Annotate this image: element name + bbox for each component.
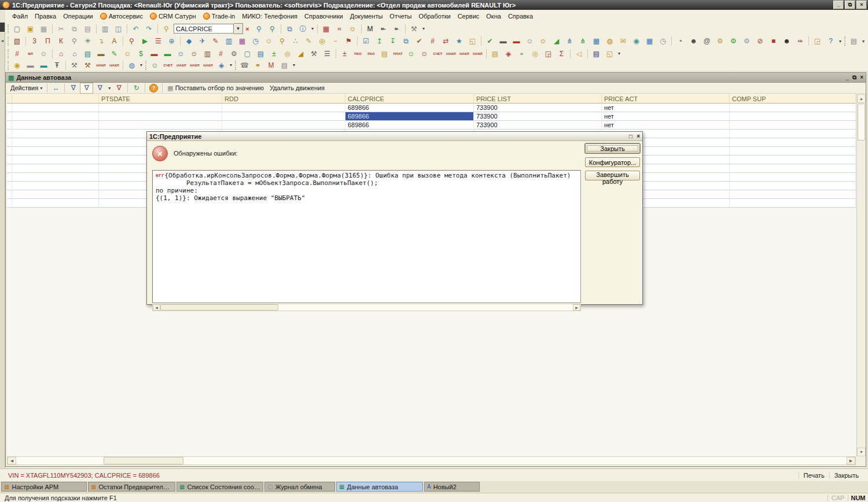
- menu-item-отчеты[interactable]: Отчеты: [386, 12, 415, 21]
- upload-icon[interactable]: ↥: [373, 36, 386, 47]
- chart-bars-icon[interactable]: ılı: [515, 48, 528, 59]
- help-icon[interactable]: ?: [824, 36, 837, 47]
- table-cell[interactable]: [222, 112, 345, 121]
- table-cell[interactable]: [12, 138, 99, 147]
- books-icon[interactable]: ▤: [81, 48, 94, 59]
- table-cell[interactable]: [12, 130, 99, 138]
- menu-item-автосервис[interactable]: Автосервис: [97, 12, 146, 21]
- table-cell[interactable]: нет: [602, 104, 730, 112]
- table-cell[interactable]: [730, 182, 856, 190]
- calendar-k-icon[interactable]: К: [54, 36, 68, 47]
- mdi-close-icon[interactable]: ×: [860, 74, 863, 81]
- table-cell[interactable]: [730, 173, 856, 182]
- lamp-icon[interactable]: ◉: [10, 60, 24, 71]
- format-a-icon[interactable]: A: [108, 36, 121, 47]
- column-header-calcprice[interactable]: CALCPRICE: [345, 94, 474, 104]
- filter-quick-icon[interactable]: ∇: [80, 83, 93, 94]
- menu-item-справка[interactable]: Справка: [505, 12, 536, 21]
- dropdown-caret-icon[interactable]: ▾: [310, 26, 315, 31]
- table-cell[interactable]: 733900: [474, 104, 602, 112]
- table-cell[interactable]: [730, 199, 856, 208]
- rows-list-icon[interactable]: ☰: [321, 48, 334, 59]
- fire-icon[interactable]: ☺: [418, 48, 431, 59]
- grid-table-icon[interactable]: ▦: [590, 36, 603, 47]
- no-entry-icon[interactable]: ⊘: [753, 36, 767, 47]
- table-cell[interactable]: 733900: [474, 112, 602, 121]
- combo-clear-icon[interactable]: ×: [243, 24, 252, 34]
- print-preview-icon[interactable]: ◫: [112, 23, 125, 34]
- table-row[interactable]: 689866733900нет: [7, 104, 856, 112]
- find-previous-icon[interactable]: ⚲: [266, 23, 279, 34]
- menu-item-обработки[interactable]: Обработки: [415, 12, 454, 21]
- find-document-icon[interactable]: ⚲: [125, 36, 138, 47]
- chart-color-icon[interactable]: ▦: [236, 36, 249, 47]
- dialog-maximize-icon[interactable]: □: [629, 133, 632, 139]
- find-combobox-value[interactable]: CALCPRICE: [174, 24, 234, 34]
- taskbar-tab[interactable]: ▦Настройки АРМ: [1, 482, 87, 492]
- sign-yellow-icon[interactable]: ФЛ: [24, 48, 37, 59]
- person-plus-icon[interactable]: ±: [338, 48, 351, 59]
- key-gold-icon[interactable]: ⚲: [275, 36, 289, 47]
- translit-ab-icon[interactable]: AB: [793, 36, 807, 47]
- wedge-icon[interactable]: ✔: [413, 36, 426, 47]
- compass-icon[interactable]: ◈: [215, 60, 228, 71]
- graduate-icon[interactable]: ☻: [687, 36, 700, 47]
- doc-sign-icon[interactable]: ◲: [811, 36, 824, 47]
- restore-icon[interactable]: ⧉: [845, 1, 855, 9]
- text-scroll-right-icon[interactable]: ▶: [573, 304, 580, 311]
- menu-item-trade-in[interactable]: Trade-in: [200, 12, 239, 21]
- cd-save-icon[interactable]: ◉: [630, 36, 643, 47]
- wallet-green-icon[interactable]: ▬: [161, 48, 174, 59]
- dropdown-caret-icon[interactable]: ▾: [291, 62, 297, 68]
- table-cell[interactable]: [12, 147, 99, 156]
- copy-icon[interactable]: ⧉: [68, 23, 81, 34]
- handshake-icon[interactable]: ⚭: [251, 60, 264, 71]
- window-find-icon[interactable]: ◱: [466, 36, 479, 47]
- building-icon[interactable]: ⌂: [68, 48, 81, 59]
- db-lock-icon[interactable]: ◍: [603, 36, 616, 47]
- filter-settings-icon[interactable]: ∇: [67, 83, 80, 94]
- undo-icon[interactable]: ↶: [129, 23, 142, 34]
- gear-orange-icon[interactable]: ⚙: [713, 36, 727, 47]
- dropdown-caret-icon[interactable]: ▾: [106, 86, 112, 91]
- column-header-blank[interactable]: [12, 94, 99, 104]
- dropdown-caret-icon[interactable]: ▾: [616, 51, 622, 56]
- horizontal-scrollbar[interactable]: ◀ ▶: [7, 456, 856, 465]
- doc-nakl-minus-icon[interactable]: НАКЛ: [458, 48, 471, 59]
- redo-icon[interactable]: ↷: [142, 23, 156, 34]
- partners-group-icon[interactable]: ☺: [187, 48, 201, 59]
- tree-green-icon[interactable]: ⋔: [576, 36, 590, 47]
- doc-money-icon[interactable]: ▤: [378, 48, 391, 59]
- dialog-close-icon[interactable]: ×: [637, 133, 640, 139]
- dropdown-caret-icon[interactable]: ▾: [837, 39, 843, 44]
- minimize-icon[interactable]: _: [833, 1, 844, 9]
- chart-line-icon[interactable]: ◢: [294, 48, 307, 59]
- find-icon[interactable]: ⚲: [160, 23, 173, 34]
- person-small-icon[interactable]: ☺: [37, 48, 50, 59]
- close-icon[interactable]: ×: [856, 1, 867, 9]
- table-cell[interactable]: 689866: [345, 112, 474, 121]
- table-cell[interactable]: [99, 104, 222, 112]
- tools-icon[interactable]: ⚒: [81, 60, 94, 71]
- column-header-price-list[interactable]: PRICE LIST: [474, 94, 602, 104]
- wallet-red-icon[interactable]: ▬: [148, 48, 161, 59]
- org-chart-icon[interactable]: #: [10, 48, 24, 59]
- t-key-icon[interactable]: Ŧ: [50, 60, 64, 71]
- email-at-icon[interactable]: @: [700, 36, 713, 47]
- hammer-icon[interactable]: ⚒: [307, 48, 321, 59]
- tree-blue-icon[interactable]: ⋔: [563, 36, 576, 47]
- delete-movements-button[interactable]: Удалить движения: [267, 84, 328, 92]
- error-text-hscrollbar[interactable]: ◀ ▶: [152, 304, 581, 311]
- info-icon[interactable]: ⓘ: [296, 23, 310, 34]
- fit-width-icon[interactable]: ↔: [49, 83, 62, 94]
- doc-nakl-minus-2-icon[interactable]: НАКЛ: [108, 60, 121, 71]
- close-dialog-button[interactable]: Закрыть: [585, 143, 640, 153]
- column-header-comp-sup[interactable]: COMP SUP: [730, 94, 856, 104]
- refresh-icon[interactable]: ↻: [130, 83, 143, 94]
- table-cell[interactable]: 689866: [345, 104, 474, 112]
- doc-calc-icon[interactable]: ▤: [254, 48, 267, 59]
- monitor-m-icon[interactable]: M: [363, 23, 377, 34]
- error-text-area[interactable]: err{Обработка.ирКонсольЗапросов.Форма.Фо…: [152, 170, 581, 303]
- table-cell[interactable]: [12, 199, 99, 208]
- person-gold-icon[interactable]: ☺: [121, 48, 134, 59]
